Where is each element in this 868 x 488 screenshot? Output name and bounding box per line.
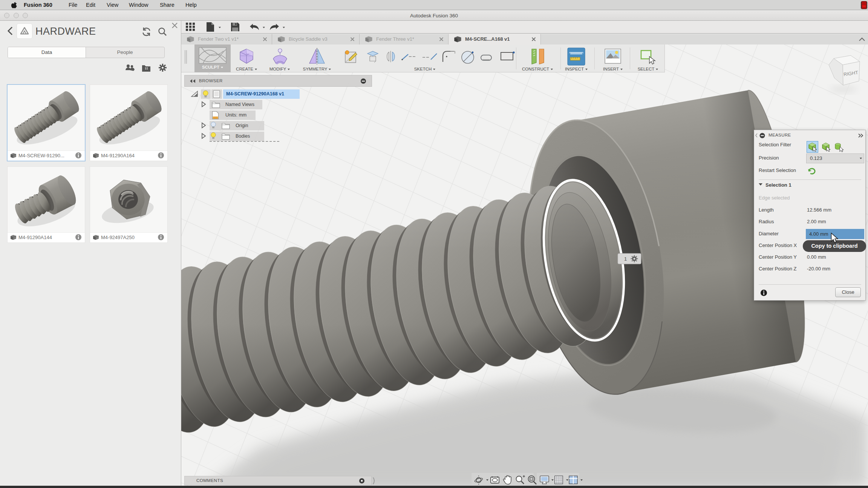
svg-text:1: 1: [624, 256, 627, 262]
